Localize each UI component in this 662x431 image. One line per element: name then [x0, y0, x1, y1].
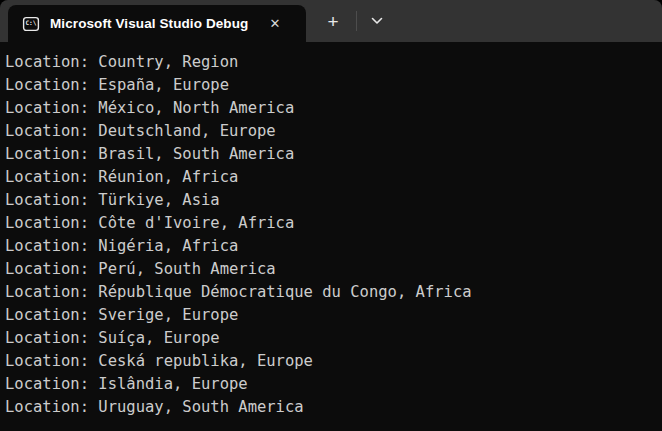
- chevron-down-icon: [371, 17, 383, 25]
- terminal-line: Location: République Démocratique du Con…: [5, 281, 658, 304]
- terminal-line: Location: Ceská republika, Europe: [5, 350, 658, 373]
- terminal-line: Location: Country, Region: [5, 51, 658, 74]
- tab-bar: C:\ Microsoft Visual Studio Debug ✕ +: [0, 0, 662, 42]
- terminal-output[interactable]: Location: Country, RegionLocation: Españ…: [0, 42, 662, 431]
- terminal-line: Location: Brasil, South America: [5, 143, 658, 166]
- tab-bar-divider: [356, 11, 357, 31]
- terminal-line: Location: Nigéria, Africa: [5, 235, 658, 258]
- terminal-line: Location: Uruguay, South America: [5, 396, 658, 419]
- new-tab-button[interactable]: +: [318, 6, 348, 36]
- terminal-line: Location: Türkiye, Asia: [5, 189, 658, 212]
- terminal-line: Location: Réunion, Africa: [5, 166, 658, 189]
- svg-text:C:\: C:\: [25, 18, 36, 25]
- terminal-line: Location: España, Europe: [5, 74, 658, 97]
- tab-close-icon[interactable]: ✕: [264, 13, 286, 35]
- terminal-window: C:\ Microsoft Visual Studio Debug ✕ + Lo…: [0, 0, 662, 431]
- terminal-line: Location: Islândia, Europe: [5, 373, 658, 396]
- terminal-line: Location: Côte d'Ivoire, Africa: [5, 212, 658, 235]
- terminal-line: Location: Perú, South America: [5, 258, 658, 281]
- tab-title: Microsoft Visual Studio Debug: [50, 16, 256, 31]
- terminal-line: Location: México, North America: [5, 97, 658, 120]
- tab-dropdown-button[interactable]: [363, 6, 391, 36]
- terminal-line: Location: Suíça, Europe: [5, 327, 658, 350]
- tab-cmd[interactable]: C:\ Microsoft Visual Studio Debug ✕: [8, 5, 306, 42]
- terminal-line: Location: Deutschland, Europe: [5, 120, 658, 143]
- terminal-line: Location: Sverige, Europe: [5, 304, 658, 327]
- command-prompt-icon: C:\: [22, 15, 40, 33]
